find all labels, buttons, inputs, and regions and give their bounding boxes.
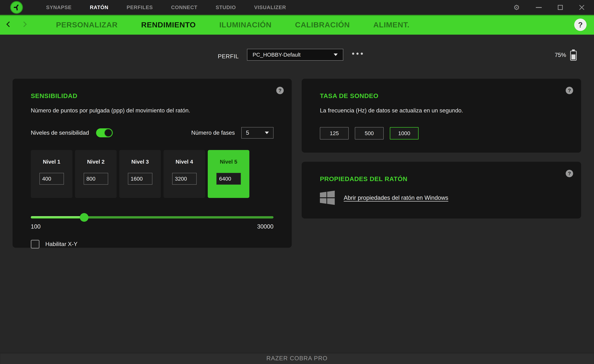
level-dpi-input[interactable] xyxy=(216,173,241,185)
enable-xy-label: Habilitar X-Y xyxy=(45,241,77,247)
device-name: RAZER COBRA PRO xyxy=(266,355,327,362)
level-dpi-input[interactable] xyxy=(84,173,108,185)
app-window: SYNAPSE RATÓN PERFILES CONNECT STUDIO VI… xyxy=(0,0,594,364)
slider-fill xyxy=(31,216,84,218)
menu-raton[interactable]: RATÓN xyxy=(90,5,108,10)
battery-icon xyxy=(570,51,577,61)
close-icon[interactable] xyxy=(579,5,585,10)
level-card-2[interactable]: Nivel 2 xyxy=(75,150,117,198)
stage-count-value: 5 xyxy=(246,130,265,136)
menu-visualizer[interactable]: VISUALIZER xyxy=(254,5,286,10)
polling-rate-panel: ? TASA DE SONDEO La frecuencia (Hz) de d… xyxy=(302,79,581,153)
tab-calibracion[interactable]: CALIBRACIÓN xyxy=(295,20,350,29)
caret-down-icon xyxy=(265,132,269,134)
sensitivity-controls-row: Niveles de sensibilidad Número de fases … xyxy=(31,127,273,139)
level-dpi-input[interactable] xyxy=(172,173,197,185)
profile-more-icon[interactable] xyxy=(352,53,363,55)
sensitivity-description: Número de puntos por pulgada (ppp) del m… xyxy=(31,107,273,114)
mouse-properties-panel: ? PROPIEDADES DEL RATÓN Abrir propiedade… xyxy=(302,162,581,218)
level-label: Nivel 4 xyxy=(163,159,205,165)
polling-option-125[interactable]: 125 xyxy=(320,127,349,140)
polling-title: TASA DE SONDEO xyxy=(320,92,563,100)
stage-count-select[interactable]: 5 xyxy=(241,127,273,139)
main-content: PERFIL PC_HOBBY-Default 75% ? SENSIBILID… xyxy=(0,35,594,353)
dpi-slider[interactable] xyxy=(31,213,273,222)
polling-help-icon[interactable]: ? xyxy=(566,87,573,94)
sensitivity-panel: ? SENSIBILIDAD Número de puntos por pulg… xyxy=(13,79,292,248)
stage-count-label: Número de fases xyxy=(191,130,235,136)
battery-status: 75% xyxy=(555,49,577,61)
menu-perfiles[interactable]: PERFILES xyxy=(127,5,153,10)
back-chevron-icon[interactable] xyxy=(7,22,12,27)
mouse-properties-row: Abrir propiedades del ratón en Windows xyxy=(320,190,563,205)
menu-connect[interactable]: CONNECT xyxy=(171,5,197,10)
polling-option-1000[interactable]: 1000 xyxy=(390,127,418,140)
mouse-properties-help-icon[interactable]: ? xyxy=(566,170,573,177)
titlebar: SYNAPSE RATÓN PERFILES CONNECT STUDIO VI… xyxy=(0,0,594,15)
forward-chevron-icon[interactable] xyxy=(22,22,27,27)
profile-dropdown[interactable]: PC_HOBBY-Default xyxy=(247,49,343,61)
level-dpi-input[interactable] xyxy=(128,173,152,185)
tab-personalizar[interactable]: PERSONALIZAR xyxy=(56,20,118,29)
caret-down-icon xyxy=(334,54,338,56)
polling-description: La frecuencia (Hz) de datos se actualiza… xyxy=(320,107,563,114)
enable-xy-checkbox[interactable] xyxy=(31,240,40,249)
level-dpi-input[interactable] xyxy=(40,173,64,185)
level-card-5[interactable]: Nivel 5 xyxy=(208,150,249,198)
slider-max-label: 30000 xyxy=(257,223,273,230)
tab-rendimiento[interactable]: RENDIMIENTO xyxy=(141,20,196,29)
level-card-1[interactable]: Nivel 1 xyxy=(31,150,72,198)
mouse-properties-title: PROPIEDADES DEL RATÓN xyxy=(320,175,563,183)
sensitivity-stages-toggle[interactable] xyxy=(96,128,113,137)
windows-logo-icon xyxy=(320,190,335,205)
tab-iluminacion[interactable]: ILUMINACIÓN xyxy=(219,20,272,29)
minimize-icon[interactable] xyxy=(536,7,542,8)
battery-percent: 75% xyxy=(555,52,566,58)
maximize-icon[interactable] xyxy=(558,5,563,10)
level-card-4[interactable]: Nivel 4 xyxy=(163,150,205,198)
level-card-3[interactable]: Nivel 3 xyxy=(119,150,161,198)
device-footer: RAZER COBRA PRO xyxy=(0,353,594,364)
level-label: Nivel 1 xyxy=(31,159,72,165)
level-label: Nivel 2 xyxy=(75,159,117,165)
level-label: Nivel 5 xyxy=(208,159,249,165)
device-tabs: PERSONALIZAR RENDIMIENTO ILUMINACIÓN CAL… xyxy=(56,20,409,29)
top-menu: SYNAPSE RATÓN PERFILES CONNECT STUDIO VI… xyxy=(46,5,286,10)
settings-gear-icon[interactable]: ⚙ xyxy=(513,4,520,11)
level-label: Nivel 3 xyxy=(119,159,161,165)
slider-knob[interactable] xyxy=(80,213,88,222)
sensitivity-help-icon[interactable]: ? xyxy=(276,87,284,94)
profile-dropdown-value: PC_HOBBY-Default xyxy=(253,52,334,58)
polling-option-500[interactable]: 500 xyxy=(355,127,384,140)
window-controls: ⚙ xyxy=(513,4,585,11)
menu-synapse[interactable]: SYNAPSE xyxy=(46,5,72,10)
sensitivity-stages-toggle-label: Niveles de sensibilidad xyxy=(31,130,89,136)
device-tab-bar: PERSONALIZAR RENDIMIENTO ILUMINACIÓN CAL… xyxy=(0,15,594,35)
slider-min-label: 100 xyxy=(31,223,40,230)
razer-logo-icon[interactable] xyxy=(10,1,23,14)
toggle-knob xyxy=(104,129,112,137)
sensitivity-title: SENSIBILIDAD xyxy=(31,92,273,100)
slider-range-labels: 100 30000 xyxy=(31,223,273,230)
menu-studio[interactable]: STUDIO xyxy=(216,5,236,10)
polling-options: 125 500 1000 xyxy=(320,127,563,140)
tab-alimentacion[interactable]: ALIMENT. xyxy=(373,20,409,29)
enable-xy-row: Habilitar X-Y xyxy=(31,240,273,249)
sensitivity-levels: Nivel 1 Nivel 2 Nivel 3 Nivel 4 Nivel 5 xyxy=(31,150,273,198)
open-mouse-properties-link[interactable]: Abrir propiedades del ratón en Windows xyxy=(344,195,448,201)
profile-label: PERFIL xyxy=(218,53,239,60)
help-icon[interactable]: ? xyxy=(574,19,587,31)
